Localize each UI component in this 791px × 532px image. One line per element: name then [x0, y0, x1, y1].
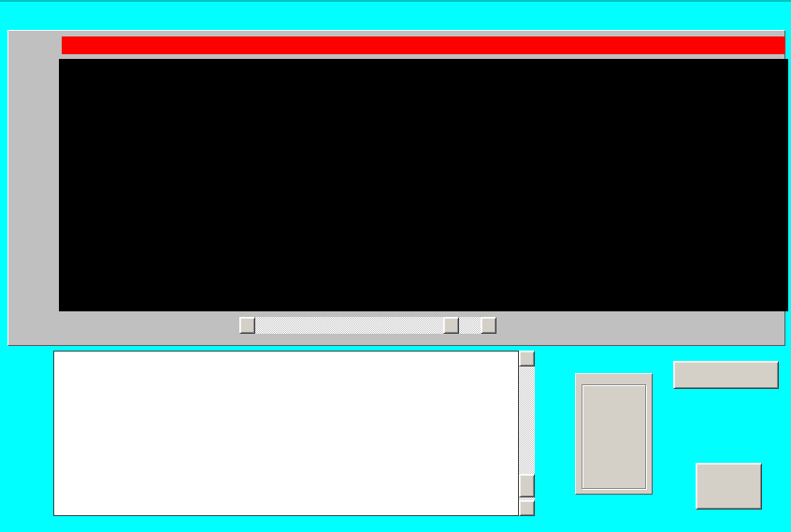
vscroll-up-arrow-icon[interactable] [519, 351, 535, 367]
chart-hscrollbar[interactable] [239, 317, 496, 334]
hscroll-right-arrow-icon[interactable] [481, 317, 496, 334]
signal-chart [59, 59, 788, 311]
app-window [0, 0, 791, 532]
load-tiounedata-button[interactable] [673, 361, 779, 389]
ts-status-bar [62, 36, 785, 54]
chart-panel [7, 30, 785, 346]
vscroll-thumb[interactable] [519, 474, 535, 497]
timewindow-panel [575, 373, 653, 495]
vscroll-down-arrow-icon[interactable] [519, 500, 535, 516]
records-table [53, 351, 519, 516]
table-vscrollbar[interactable] [519, 351, 535, 516]
hscroll-left-arrow-icon[interactable] [239, 317, 255, 334]
hscroll-thumb[interactable] [443, 317, 459, 334]
quit-button[interactable] [696, 463, 762, 510]
window-top-edge [0, 0, 791, 2]
timewindow-groupbox [582, 384, 646, 489]
signal-chart-svg [59, 59, 786, 311]
